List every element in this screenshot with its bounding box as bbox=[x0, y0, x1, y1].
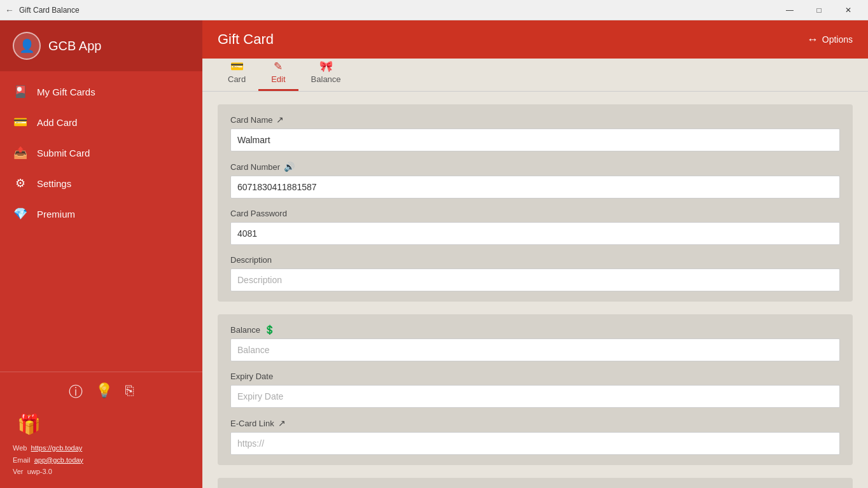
nav-icon-settings: ⚙ bbox=[13, 176, 28, 190]
expiry-date-label: Expiry Date bbox=[230, 372, 840, 381]
sidebar-item-settings[interactable]: ⚙Settings bbox=[0, 168, 202, 199]
field-group-card-password: Card Password bbox=[230, 209, 840, 245]
sidebar: 👤 GCB App 🎴My Gift Cards💳Add Card📤Submit… bbox=[0, 20, 202, 488]
tab-icon-card: 💳 bbox=[230, 60, 244, 73]
content-title: Gift Card bbox=[218, 31, 274, 48]
card-name-label: Card Name ↗ bbox=[230, 115, 840, 125]
title-bar-controls: — □ ✕ bbox=[775, 0, 863, 20]
sidebar-item-my-gift-cards[interactable]: 🎴My Gift Cards bbox=[0, 76, 202, 107]
sidebar-footer: ⓘ 💡 ⎘ 🎁 Web https://gcb.today Email app@… bbox=[0, 372, 202, 488]
tab-balance[interactable]: 🎀Balance bbox=[298, 56, 354, 91]
reminder-section: Reminder bbox=[218, 478, 853, 488]
ver-info: Ver uwp-3.0 bbox=[13, 466, 190, 478]
avatar-icon: 👤 bbox=[19, 38, 35, 53]
avatar[interactable]: 👤 bbox=[13, 32, 41, 60]
tab-label-balance: Balance bbox=[311, 74, 341, 84]
idea-icon[interactable]: 💡 bbox=[95, 382, 113, 401]
ecard-link-label: E-Card Link ↗ bbox=[230, 418, 840, 428]
description-input[interactable] bbox=[230, 268, 840, 291]
options-arrow-icon: ↔ bbox=[807, 33, 818, 46]
balance-input[interactable] bbox=[230, 338, 840, 361]
ver-value: uwp-3.0 bbox=[27, 468, 52, 475]
web-info: Web https://gcb.today bbox=[13, 442, 190, 454]
tab-label-card: Card bbox=[228, 74, 246, 84]
email-link[interactable]: app@gcb.today bbox=[34, 456, 83, 464]
ecard-link-icon[interactable]: ↗ bbox=[278, 418, 286, 428]
sidebar-nav: 🎴My Gift Cards💳Add Card📤Submit Card⚙Sett… bbox=[0, 71, 202, 372]
balance-icon[interactable]: 💲 bbox=[264, 324, 275, 335]
card-number-label: Card Number 🔊 bbox=[230, 162, 840, 172]
sidebar-item-submit-card[interactable]: 📤Submit Card bbox=[0, 137, 202, 168]
tab-edit[interactable]: ✎Edit bbox=[258, 56, 298, 91]
sidebar-meta: Web https://gcb.today Email app@gcb.toda… bbox=[13, 442, 190, 478]
title-bar: ← Gift Card Balance — □ ✕ bbox=[0, 0, 868, 20]
gift-image-row: 🎁 bbox=[13, 412, 190, 437]
gift-box-icon: 🎁 bbox=[13, 412, 45, 437]
app-name: GCB App bbox=[48, 39, 101, 53]
nav-label-premium: Premium bbox=[37, 209, 75, 220]
options-label: Options bbox=[822, 34, 853, 45]
form-area: Card Name ↗ Card Number 🔊 Card Password bbox=[202, 92, 868, 488]
field-group-card-number: Card Number 🔊 bbox=[230, 162, 840, 199]
sidebar-header: 👤 GCB App bbox=[0, 20, 202, 71]
close-button[interactable]: ✕ bbox=[834, 0, 863, 20]
card-password-label: Card Password bbox=[230, 209, 840, 218]
tabs-bar: 💳Card✎Edit🎀Balance bbox=[202, 59, 868, 92]
back-button[interactable]: ← bbox=[5, 5, 14, 15]
web-link[interactable]: https://gcb.today bbox=[31, 444, 83, 452]
sidebar-item-premium[interactable]: 💎Premium bbox=[0, 199, 202, 229]
maximize-button[interactable]: □ bbox=[804, 0, 834, 20]
nav-label-settings: Settings bbox=[37, 178, 71, 189]
description-label: Description bbox=[230, 255, 840, 265]
ecard-link-input[interactable] bbox=[230, 432, 840, 455]
options-button[interactable]: ↔ Options bbox=[807, 33, 853, 46]
content: Gift Card ↔ Options 💳Card✎Edit🎀Balance C… bbox=[202, 20, 868, 488]
tab-label-edit: Edit bbox=[271, 74, 285, 84]
field-group-description: Description bbox=[230, 255, 840, 291]
balance-label: Balance 💲 bbox=[230, 324, 840, 335]
nav-label-submit-card: Submit Card bbox=[37, 148, 90, 158]
card-name-input[interactable] bbox=[230, 129, 840, 151]
app-body: 👤 GCB App 🎴My Gift Cards💳Add Card📤Submit… bbox=[0, 20, 868, 488]
window-title: Gift Card Balance bbox=[19, 6, 80, 15]
card-password-input[interactable] bbox=[230, 222, 840, 245]
card-name-link-icon[interactable]: ↗ bbox=[276, 115, 284, 125]
expiry-date-input[interactable] bbox=[230, 385, 840, 408]
nav-icon-premium: 💎 bbox=[13, 207, 28, 221]
content-header: Gift Card ↔ Options bbox=[202, 20, 868, 59]
field-group-card-name: Card Name ↗ bbox=[230, 115, 840, 151]
nav-icon-submit-card: 📤 bbox=[13, 146, 28, 160]
tab-card[interactable]: 💳Card bbox=[215, 56, 258, 91]
share-icon[interactable]: ⎘ bbox=[125, 382, 134, 401]
field-group-expiry-date: Expiry Date bbox=[230, 372, 840, 408]
tab-icon-edit: ✎ bbox=[274, 60, 283, 73]
form-section-2: Balance 💲 Expiry Date E-Card Link ↗ bbox=[218, 314, 853, 465]
field-group-balance: Balance 💲 bbox=[230, 324, 840, 361]
form-section-1: Card Name ↗ Card Number 🔊 Card Password bbox=[218, 104, 853, 302]
footer-icons: ⓘ 💡 ⎘ bbox=[13, 382, 190, 401]
minimize-button[interactable]: — bbox=[775, 0, 804, 20]
nav-label-my-gift-cards: My Gift Cards bbox=[37, 87, 95, 97]
sidebar-item-add-card[interactable]: 💳Add Card bbox=[0, 107, 202, 137]
nav-icon-my-gift-cards: 🎴 bbox=[13, 85, 28, 99]
title-bar-left: ← Gift Card Balance bbox=[5, 5, 80, 15]
email-info: Email app@gcb.today bbox=[13, 454, 190, 466]
info-icon[interactable]: ⓘ bbox=[69, 382, 83, 401]
card-number-audio-icon[interactable]: 🔊 bbox=[284, 162, 295, 172]
nav-label-add-card: Add Card bbox=[37, 117, 77, 128]
card-number-input[interactable] bbox=[230, 176, 840, 199]
field-group-ecard-link: E-Card Link ↗ bbox=[230, 418, 840, 455]
tab-icon-balance: 🎀 bbox=[319, 60, 333, 73]
nav-icon-add-card: 💳 bbox=[13, 115, 28, 129]
